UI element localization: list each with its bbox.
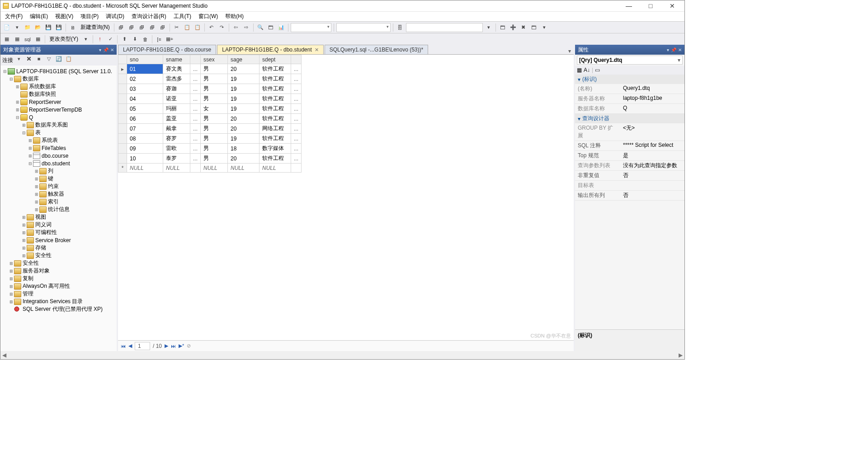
change-type-dropdown-icon[interactable]: ▾ — [81, 35, 90, 44]
registered-servers-icon[interactable]: 🗄 — [396, 23, 405, 32]
new-query-button[interactable]: 新建查询(N) — [79, 23, 112, 31]
nav-back-icon[interactable]: ⇦ — [231, 23, 241, 32]
show-sql-icon[interactable]: sql — [23, 35, 32, 44]
property-grid[interactable]: ▾(标识) (名称)Query1.dtq 服务器名称laptop-f8h1g1b… — [575, 75, 684, 329]
close-button[interactable]: ✕ — [665, 2, 679, 9]
tree-systables[interactable]: ⊞系统表 — [0, 136, 117, 144]
tree-stats[interactable]: ⊞统计信息 — [0, 206, 117, 213]
tree-mgmt[interactable]: ⊞管理 — [0, 290, 117, 298]
tree-filetables[interactable]: ⊞FileTables — [0, 144, 117, 152]
col-sdept[interactable]: sdept — [259, 55, 291, 64]
menu-edit[interactable]: 编辑(E) — [26, 12, 52, 21]
new-file-icon[interactable]: 📁 — [23, 23, 32, 32]
props-pin-icon[interactable]: 📌 — [671, 47, 676, 52]
tree-dbdiagram[interactable]: ⊞数据库关系图 — [0, 121, 117, 129]
property-pages-icon[interactable]: ▭ — [595, 67, 600, 73]
add-table-icon[interactable]: ▦+ — [165, 35, 174, 44]
panel-dropdown-icon[interactable]: ▾ — [99, 47, 101, 52]
search-box[interactable] — [406, 23, 483, 32]
menu-view[interactable]: 视图(V) — [52, 12, 77, 21]
panel-pin-icon[interactable]: 📌 — [103, 47, 108, 52]
tree-iscat[interactable]: ⊞Integration Services 目录 — [0, 298, 117, 305]
h-scrollbar[interactable]: ◀▶ — [0, 351, 684, 359]
menu-project[interactable]: 项目(P) — [77, 12, 102, 21]
tree-reportsrv[interactable]: ⊞ReportServer — [0, 98, 117, 106]
nav-fwd-icon[interactable]: ⇨ — [242, 23, 251, 32]
data-grid[interactable]: sno sname ssex sage sdept ▸01赛文奥...男20软件… — [118, 55, 574, 340]
combo-2[interactable] — [336, 23, 391, 32]
combo-1[interactable] — [291, 23, 331, 32]
copy-icon[interactable]: 📋 — [183, 23, 192, 32]
tree[interactable]: ⊟LAPTOP-F8H1G1BE (SQL Server 11.0. ⊟数据库 … — [0, 66, 117, 351]
tree-indexes[interactable]: ⊞索引 — [0, 198, 117, 206]
tree-sbroker[interactable]: ⊞Service Broker — [0, 236, 117, 244]
save-icon[interactable]: 💾 — [44, 23, 53, 32]
tree-keys[interactable]: ⊞键 — [0, 175, 117, 183]
properties-icon[interactable]: 🗔 — [266, 23, 275, 32]
tree-storage[interactable]: ⊞存储 — [0, 244, 117, 252]
tree-tables[interactable]: ⊟表 — [0, 129, 117, 136]
tree-db-q[interactable]: ⊟Q — [0, 113, 117, 121]
new-project-icon[interactable]: 📄 — [2, 23, 11, 32]
col-ssex[interactable]: ssex — [201, 55, 228, 64]
menu-help[interactable]: 帮助(H) — [222, 12, 247, 21]
stop-icon[interactable]: ■ — [35, 56, 43, 64]
activity-icon[interactable]: 📊 — [277, 23, 286, 32]
nav-prev-icon[interactable]: ◀ — [128, 343, 132, 349]
tree-synonyms[interactable]: ⊞同义词 — [0, 221, 117, 229]
props-object-selector[interactable]: [Qry] Query1.dtq — [577, 56, 683, 65]
execute-icon[interactable]: ! — [95, 35, 104, 44]
connect-label[interactable]: 连接 — [2, 56, 13, 64]
nav-cancel-icon[interactable]: ⊘ — [187, 343, 191, 349]
props-dropdown-icon[interactable]: ▾ — [667, 47, 669, 52]
tree-cols[interactable]: ⊞列 — [0, 167, 117, 175]
tree-srvobj[interactable]: ⊞服务器对象 — [0, 267, 117, 275]
tool-e-icon[interactable]: ▾ — [540, 23, 549, 32]
tree-alwayson[interactable]: ⊞AlwaysOn 高可用性 — [0, 282, 117, 290]
nav-position[interactable]: 1 — [135, 342, 150, 350]
tool-a-icon[interactable]: 🗔 — [498, 23, 507, 32]
report-icon[interactable]: 📋 — [65, 56, 73, 64]
tree-prog[interactable]: ⊞可编程性 — [0, 229, 117, 236]
tree-repl[interactable]: ⊞复制 — [0, 275, 117, 282]
new-query-icon[interactable]: 🗎 — [68, 23, 77, 32]
menu-querydesigner[interactable]: 查询设计器(R) — [128, 12, 170, 21]
col-sname[interactable]: sname — [163, 55, 190, 64]
group-by-icon[interactable]: [≡ — [155, 35, 164, 44]
tree-security2[interactable]: ⊞安全性 — [0, 259, 117, 267]
maximize-button[interactable]: □ — [644, 2, 657, 9]
show-criteria-icon[interactable]: ▦ — [13, 35, 22, 44]
tree-table-student[interactable]: ⊟dbo.student — [0, 159, 117, 167]
undo-icon[interactable]: ↶ — [207, 23, 216, 32]
tree-views[interactable]: ⊞视图 — [0, 213, 117, 221]
menu-tools[interactable]: 工具(T) — [170, 12, 195, 21]
open-file-icon[interactable]: 📂 — [33, 23, 42, 32]
tree-agent[interactable]: SQL Server 代理(已禁用代理 XP) — [0, 305, 117, 313]
save-all-icon[interactable]: 💾 — [54, 23, 63, 32]
tree-triggers[interactable]: ⊞触发器 — [0, 190, 117, 198]
tabs-dropdown-icon[interactable]: ▾ — [566, 48, 574, 54]
search-go-icon[interactable]: ▾ — [484, 23, 493, 32]
nav-next-icon[interactable]: ▶ — [165, 343, 168, 349]
tree-table-course[interactable]: ⊞dbo.course — [0, 152, 117, 159]
collapse-icon[interactable]: ▾ — [578, 116, 580, 122]
filter-icon[interactable]: ▽ — [45, 56, 53, 64]
analysis-query-icon[interactable]: 🗊 — [127, 23, 136, 32]
col-sno[interactable]: sno — [127, 55, 163, 64]
tool-b-icon[interactable]: ➕ — [509, 23, 518, 32]
disconnect-icon[interactable]: 🗙 — [25, 56, 33, 64]
nav-new-icon[interactable]: ▶* — [179, 343, 184, 349]
tree-server[interactable]: ⊟LAPTOP-F8H1G1BE (SQL Server 11.0. — [0, 67, 117, 75]
nav-last-icon[interactable]: ⏭ — [171, 343, 176, 349]
tab-student[interactable]: LAPTOP-F8H1G1BE.Q - dbo.student✕ — [217, 45, 324, 54]
tab-sqlquery[interactable]: SQLQuery1.sql -...G1BE\Lenovo (53))* — [325, 45, 428, 54]
show-results-icon[interactable]: ▦ — [33, 35, 42, 44]
tree-dbsnap[interactable]: 数据库快照 — [0, 90, 117, 98]
sort-desc-icon[interactable]: ⬇ — [130, 35, 139, 44]
verify-sql-icon[interactable]: ✓ — [106, 35, 115, 44]
xmla-query-icon[interactable]: 🗊 — [158, 23, 167, 32]
panel-close-icon[interactable]: ✕ — [110, 47, 114, 52]
tree-sysdb[interactable]: ⊞系统数据库 — [0, 83, 117, 90]
collapse-icon[interactable]: ▾ — [578, 76, 580, 83]
refresh-icon[interactable]: 🔄 — [55, 56, 63, 64]
